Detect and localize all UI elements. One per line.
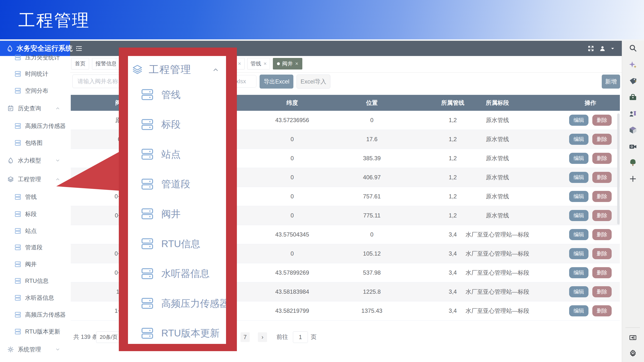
search-icon[interactable] [628,43,638,53]
server-icon [140,237,154,251]
app-header: 水务安全运行系统 [0,41,622,56]
sidebar-item-1[interactable]: 压力突变统计 [14,52,60,63]
delete-button[interactable]: 删除 [592,305,612,316]
pagination-next-button[interactable]: › [258,332,267,342]
sidebar-item-6[interactable]: 包络图 [14,137,42,149]
edit-button[interactable]: 编辑 [569,229,588,240]
camera-icon[interactable] [628,141,638,152]
sparkle-icon[interactable] [628,60,638,70]
edit-button[interactable]: 编辑 [569,191,588,202]
people-icon[interactable] [628,109,638,119]
edit-button[interactable]: 编辑 [569,172,588,183]
close-icon[interactable]: × [238,60,241,67]
server-icon [140,118,154,131]
delete-button[interactable]: 删除 [592,153,612,164]
chevron-down-icon[interactable] [55,158,60,163]
sidebar-item-7[interactable]: 水力模型 [7,155,41,166]
plus-icon[interactable] [628,174,638,184]
panel-expand-icon[interactable] [628,333,638,343]
cell-所属标段: 原水管线 [454,206,541,225]
edit-button[interactable]: 编辑 [569,115,588,126]
popup-menu-item-5[interactable]: 阀井 [140,207,180,221]
sidebar-item-label: 水力模型 [18,157,41,164]
sidebar-item-2[interactable]: 时间统计 [14,68,48,80]
popup-menu-item-6[interactable]: RTU信息 [140,237,200,251]
chevron-up-icon[interactable] [55,106,60,111]
edit-button[interactable]: 编辑 [569,267,588,278]
sidebar-item-5[interactable]: 高频压力传感器 [14,120,66,132]
menu-fold-icon[interactable] [75,45,82,52]
cell-所属标段: 原水管线 [454,187,541,206]
tab-5[interactable]: 管线× [247,58,270,69]
tab-1[interactable]: 首页 [71,58,89,69]
delete-button[interactable]: 删除 [592,267,612,278]
pagination-page-7[interactable]: 7 [240,332,250,342]
toolbox-icon[interactable] [628,92,638,103]
delete-button[interactable]: 删除 [592,115,612,126]
chevron-up-icon[interactable] [212,66,219,73]
sidebar-item-18[interactable]: 系统管理 [7,344,41,355]
settings-icon[interactable] [628,349,638,359]
caret-down-icon[interactable] [610,46,615,51]
cell-所属标段: 原水管线 [454,111,541,130]
edit-button[interactable]: 编辑 [569,153,588,164]
edit-button[interactable]: 编辑 [569,134,588,145]
sidebar-item-15[interactable]: 水听器信息 [14,292,54,304]
chevron-down-icon[interactable] [55,347,60,352]
sidebar-item-label: RTU版本更新 [25,328,60,336]
popup-menu-item-2[interactable]: 标段 [140,118,180,131]
sidebar-item-label: 系统管理 [18,346,41,353]
close-icon[interactable]: × [264,60,267,67]
cell-operations: 编辑删除 [562,282,618,301]
popup-item-label: 管道段 [161,177,190,191]
close-icon[interactable]: × [295,60,298,67]
sidebar-item-4[interactable]: 历史查询 [7,103,41,114]
cube-icon[interactable] [628,125,638,135]
popup-menu-item-4[interactable]: 管道段 [140,177,190,191]
sidebar-item-8[interactable]: 工程管理 [7,174,41,185]
add-button[interactable]: 新增 [602,74,620,89]
fullscreen-icon[interactable] [587,45,595,52]
sidebar-item-16[interactable]: 高频压力传感器 [14,309,66,321]
edit-button[interactable]: 编辑 [569,286,588,297]
edit-button[interactable]: 编辑 [569,305,588,316]
tree-icon[interactable] [628,158,638,168]
user-avatar-icon[interactable] [599,45,606,52]
table-scrollbar[interactable] [617,113,620,224]
sidebar-item-9[interactable]: 管线 [14,191,37,203]
delete-button[interactable]: 删除 [592,229,612,240]
pagination-jump-input[interactable] [293,331,308,343]
sidebar-item-3[interactable]: 空间分布 [14,85,48,96]
cell-所属标段: 水厂至亚心管理站—标段 [454,302,541,320]
delete-button[interactable]: 删除 [592,210,612,221]
popup-menu-item-3[interactable]: 站点 [140,147,180,161]
cell-operations: 编辑删除 [562,244,618,263]
sidebar-item-10[interactable]: 标段 [14,208,37,220]
popup-menu-item-8[interactable]: 高频压力传感器 [140,297,226,310]
sidebar-item-label: RTU信息 [25,277,48,285]
sidebar-item-11[interactable]: 站点 [14,225,37,237]
delete-button[interactable]: 删除 [592,172,612,183]
edit-button[interactable]: 编辑 [569,248,588,259]
popup-menu-item-7[interactable]: 水听器信息 [140,267,210,280]
sidebar-item-17[interactable]: RTU版本更新 [14,326,60,337]
tab-6[interactable]: 阀井× [273,58,302,69]
water-drop-logo-icon [6,45,14,52]
delete-button[interactable]: 删除 [592,191,612,202]
sidebar-item-14[interactable]: RTU信息 [14,275,48,287]
delete-button[interactable]: 删除 [592,134,612,145]
server-icon [140,147,154,161]
popup-menu-item-9[interactable]: RTU版本更新 [140,327,220,340]
delete-button[interactable]: 删除 [592,286,612,297]
export-excel-button[interactable]: 导出Excel [260,74,294,89]
popup-menu-item-1[interactable]: 管线 [140,88,180,101]
sidebar-item-12[interactable]: 管道段 [14,242,42,253]
sidebar: 压力突变统计时间统计空间分布历史查询高频压力传感器包络图水力模型工程管理管线标段… [0,56,70,362]
sidebar-item-13[interactable]: 阀井 [14,259,37,270]
tag-icon[interactable] [628,76,638,86]
chevron-up-icon[interactable] [55,177,60,182]
popup-item-label: RTU版本更新 [161,327,220,340]
edit-button[interactable]: 编辑 [569,210,588,221]
delete-button[interactable]: 删除 [592,248,612,259]
import-excel-button[interactable]: Excel导入 [296,74,330,89]
